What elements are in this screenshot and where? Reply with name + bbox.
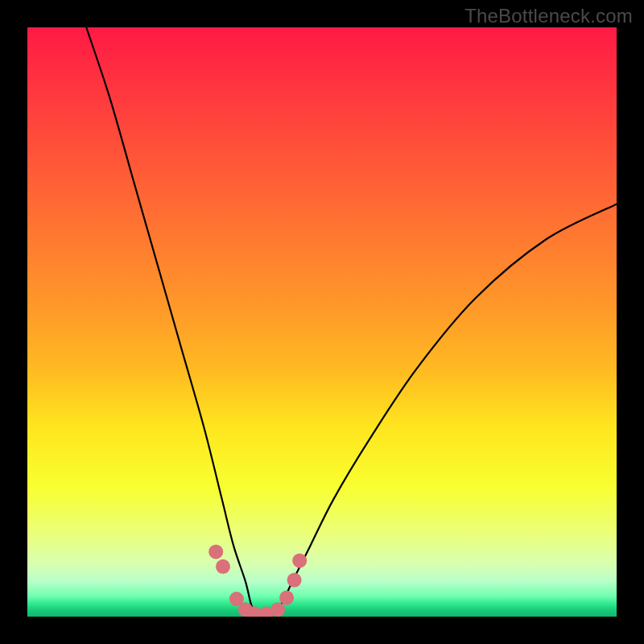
valley-marker [216,559,230,574]
valley-marker [270,602,285,617]
valley-marker [292,553,307,568]
valley-marker [287,573,302,588]
curve-svg [27,27,617,617]
valley-marker [208,544,223,559]
chart-frame: TheBottleneck.com [0,0,644,644]
watermark-text: TheBottleneck.com [464,5,633,27]
bottleneck-curve [86,27,617,617]
valley-markers [208,544,307,617]
valley-marker [279,591,294,605]
plot-area [27,27,617,617]
